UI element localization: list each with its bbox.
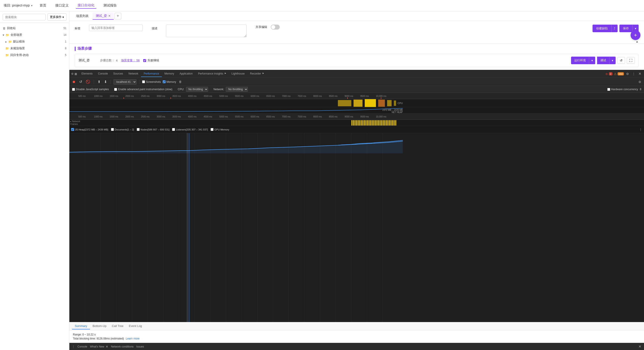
nav-api-def[interactable]: 接口定义 [54,2,70,8]
bottom-tabs: Summary Bottom-Up Call Tree Event Log [69,322,644,330]
nav-test-report[interactable]: 测试报告 [102,2,118,8]
clear-button[interactable]: 🚫 [85,79,91,85]
svg-text:500 ms: 500 ms [78,116,86,118]
network-frames-row: ▸ Network Frames [69,120,644,126]
perf-settings-button[interactable]: ⚙ [638,79,642,84]
tab-lighthouse[interactable]: Lighthouse [229,71,248,77]
devtools-more-button[interactable]: ⋮ [631,71,636,76]
legend-js-heap[interactable]: JS Heap[2372 MB – 2439 MB] [71,128,108,131]
learn-more-link[interactable]: Learn more [126,337,140,340]
tab-memory[interactable]: Memory [162,71,177,77]
svg-rect-28 [378,100,385,107]
status-more-icon[interactable]: ⋮ [72,345,75,348]
tab-performance[interactable]: Performance [141,71,162,77]
nav-api-auto[interactable]: 接口自动化 [76,2,96,9]
tab-elements[interactable]: Elements [79,71,95,77]
run-env-chevron-button[interactable]: ▾ [589,56,595,64]
reload-record-button[interactable]: ↺ [78,79,83,85]
sidebar-item-count: 14 [64,33,66,36]
share-toggle[interactable] [271,24,280,30]
status-network-conditions[interactable]: Network conditions [111,345,134,348]
refresh-button[interactable]: ↺ [617,57,625,64]
svg-rect-61 [361,120,362,126]
debug-chevron-button[interactable]: ▾ [609,56,616,64]
status-issues[interactable]: Issues [136,345,144,348]
devtools-toggle-icon[interactable]: ⚙ [71,72,74,76]
tab-perf-insights[interactable]: Performance insights ⚑ [195,71,229,77]
tab-application[interactable]: Application [177,71,195,77]
advanced-paint-checkbox[interactable]: Enable advanced paint instrumentation (s… [114,88,172,91]
save-button[interactable]: 保存 [620,24,632,32]
svg-text:3000 ms: 3000 ms [157,116,165,118]
close-status-button[interactable]: ✕ [638,344,641,349]
svg-text:9500 ms: 9500 ms [360,116,369,118]
sidebar-item-trash[interactable]: 🗑 回收站 51 [0,25,69,32]
expand-icon: ▸ [5,40,7,44]
devtools-layout-icon[interactable]: ▦ [74,72,77,76]
devtools-settings-button[interactable]: ⚙ [625,71,630,76]
collapse-button[interactable]: ▲ [634,39,640,44]
tab-event-log[interactable]: Event Log [126,323,145,330]
memory-checkbox[interactable]: Memory [163,80,176,84]
fab-add-button[interactable]: + [630,30,640,40]
sidebar-item-default-module[interactable]: ▸ 📁 默认模块 1 [0,38,69,45]
svg-rect-77 [386,120,387,126]
svg-text:9000 ms: 9000 ms [344,116,353,118]
tab-console[interactable]: Console [95,71,110,77]
tab-bottom-up[interactable]: Bottom-Up [90,323,109,330]
record-button[interactable]: ⏺ [71,79,76,85]
url-select[interactable]: localhost #1 [114,79,136,84]
status-whats-new[interactable]: What's New ✕ [90,345,108,348]
fail-continue-checkbox[interactable]: 失败继续 [143,58,159,62]
desc-textarea[interactable] [166,24,246,37]
legend-documents[interactable]: Documents[1 – 2] [111,128,134,131]
disable-js-checkbox[interactable]: Disable JavaScript samples [72,88,109,91]
svg-text:5000 ms: 5000 ms [219,95,228,97]
more-actions-chevron-icon: ▾ [62,16,64,19]
tab-summary[interactable]: Summary [72,323,90,330]
status-console[interactable]: Console [78,345,87,348]
screenshots-checkbox[interactable]: Screenshots [142,80,161,84]
add-tab-button[interactable]: + [114,13,121,20]
warning-badge-group: ⚠ 192 [614,72,624,76]
debug-button[interactable]: 调试 [597,56,609,64]
label-input[interactable] [89,24,143,31]
scene-vars-link[interactable]: 场景变量： 56 [121,58,140,62]
run-env-button[interactable]: 运行环境 [571,56,589,64]
error-icon: ⊗ [605,72,608,76]
tab-recorder[interactable]: Recorder ⚑ [247,71,266,77]
nav-home[interactable]: 首页 [38,2,48,8]
tab-call-tree[interactable]: Call Tree [109,323,126,330]
legend-nodes[interactable]: Nodes[586 667 – 606 531] [137,128,170,131]
download-button[interactable]: ⬇ [103,79,108,85]
create-bug-button[interactable]: 创建缺陷 [592,24,611,32]
legend-gpu-memory[interactable]: GPU Memory [210,128,229,131]
console-label: Console [78,345,87,348]
status-close-icon[interactable]: ✕ [106,345,108,348]
tab-sources[interactable]: Sources [110,71,126,77]
sidebar-item-unplanned[interactable]: 📁 未规划场景 8 [0,45,69,52]
clear-memory-button[interactable]: 🗑 [178,79,182,84]
tab-close-icon[interactable]: ✕ [108,14,110,18]
cpu-throttle-select[interactable]: No throttling [186,87,208,92]
upload-button[interactable]: ⬆ [97,79,101,85]
expand-scene-button[interactable]: ⛶ [627,57,635,64]
tab-network[interactable]: Network [126,71,141,77]
sidebar-item-all-scenes[interactable]: ▾ 📁 全部场景 14 [0,32,69,38]
search-input[interactable] [3,14,46,20]
legend-more-button[interactable]: ⋮ [639,128,642,131]
share-label: 共享编辑 [256,25,267,29]
create-bug-chevron-button[interactable]: ⤴ [611,24,618,32]
devtools-close-button[interactable]: ✕ [638,71,642,77]
tab-test-lou[interactable]: 测试_娄 ✕ [93,12,114,20]
tab-scene-list[interactable]: 场景列表 [73,13,92,20]
error-badge-group: ⊗ 2 [605,72,612,76]
more-actions-button[interactable]: 更多操作 ▾ [48,14,66,20]
network-label: Network: [214,88,224,91]
network-throttle-select[interactable]: No throttling [226,87,248,92]
sidebar-item-regression[interactable]: 📁 回归专用-勿动 5 [0,52,69,58]
svg-rect-83 [395,120,396,126]
legend-listeners[interactable]: Listeners[335 307 – 341 037] [172,128,208,131]
hw-concurrency-checkbox[interactable]: Hardware concurrency [607,88,638,91]
project-selector[interactable]: 项目: project-myp ▾ [4,3,32,8]
